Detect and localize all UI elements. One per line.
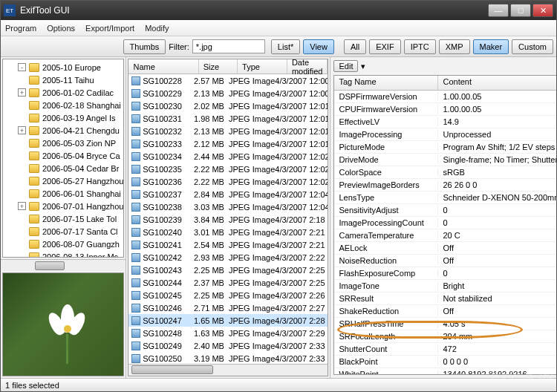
- file-row[interactable]: SG1002503.19 MBJPEG Image4/3/2007 2:33: [128, 352, 328, 364]
- tree-item[interactable]: +2006-04-21 Chengdu: [3, 124, 123, 137]
- exif-button[interactable]: EXIF: [369, 39, 400, 54]
- menu-export-import[interactable]: Export/Import: [85, 24, 134, 33]
- file-row[interactable]: SG1002471.65 MBJPEG Image4/3/2007 2:28: [128, 314, 328, 327]
- filter-input[interactable]: [192, 39, 265, 53]
- tag-row[interactable]: NoiseReductionOff: [334, 255, 556, 267]
- minimize-button[interactable]: —: [488, 4, 509, 17]
- iptc-button[interactable]: IPTC: [404, 39, 436, 54]
- tree-item[interactable]: +2006-01-02 Cadilac: [3, 86, 123, 99]
- file-row[interactable]: SG1002282.57 MBJPEG Image4/3/2007 12:00: [128, 74, 328, 87]
- tree-hscroll[interactable]: [1, 259, 126, 271]
- file-row[interactable]: SG1002362.22 MBJPEG Image4/3/2007 12:02: [128, 175, 328, 188]
- expand-icon[interactable]: +: [18, 202, 26, 210]
- maximize-button[interactable]: □: [510, 4, 531, 17]
- file-list-hscroll[interactable]: [128, 364, 328, 376]
- tree-item[interactable]: +2006-07-01 Hangzhou: [3, 200, 123, 212]
- file-row[interactable]: SG1002481.63 MBJPEG Image4/3/2007 2:29: [128, 327, 328, 339]
- tree-item[interactable]: -2005-10 Europe: [3, 61, 123, 74]
- tree-item[interactable]: 2006-05-04 Bryce Ca: [3, 149, 123, 162]
- menu-program[interactable]: Program: [5, 24, 36, 33]
- tree-item[interactable]: 2005-11 Taihu: [3, 74, 123, 86]
- col-type[interactable]: Type: [238, 59, 287, 74]
- tag-row[interactable]: DSPFirmwareVersion1.00.00.05: [334, 91, 556, 103]
- file-row[interactable]: SG1002302.02 MBJPEG Image4/3/2007 12:01: [128, 99, 328, 112]
- custom-button[interactable]: Custom: [512, 39, 553, 54]
- expand-icon[interactable]: +: [18, 126, 26, 134]
- tree-item[interactable]: 2006-03-19 Angel Is: [3, 111, 123, 124]
- view-button[interactable]: View: [303, 39, 334, 54]
- titlebar[interactable]: ET ExifTool GUI — □ ✕: [1, 1, 556, 20]
- file-row[interactable]: SG1002292.13 MBJPEG Image4/3/2007 12:00: [128, 87, 328, 99]
- tag-row[interactable]: SRHalfPressTime4.05 s: [334, 318, 556, 330]
- file-row[interactable]: SG1002322.13 MBJPEG Image4/3/2007 12:01: [128, 125, 328, 137]
- file-row[interactable]: SG1002332.12 MBJPEG Image4/3/2007 12:01: [128, 137, 328, 150]
- tag-row[interactable]: FlashExposureComp0: [334, 267, 556, 280]
- file-row[interactable]: SG1002403.01 MBJPEG Image4/3/2007 2:21: [128, 226, 328, 238]
- tag-row[interactable]: CameraTemperature20 C: [334, 229, 556, 242]
- maker-button[interactable]: Maker: [473, 39, 509, 54]
- file-row[interactable]: SG1002462.71 MBJPEG Image4/3/2007 2:27: [128, 301, 328, 314]
- tag-row[interactable]: DriveModeSingle-frame; No Timer; Shutter: [334, 154, 556, 166]
- tag-list[interactable]: Tag Name Content DSPFirmwareVersion1.00.…: [333, 75, 556, 375]
- tree-item[interactable]: 2006-02-18 Shanghai: [3, 99, 123, 111]
- tag-row[interactable]: LensTypeSchneider D-XENON 50-200mm: [334, 192, 556, 204]
- tag-row[interactable]: ShutterCount472: [334, 343, 556, 356]
- thumbs-button[interactable]: Thumbs: [123, 39, 166, 54]
- tag-row[interactable]: ShakeReductionOff: [334, 305, 556, 318]
- file-row[interactable]: SG1002492.40 MBJPEG Image4/3/2007 2:33: [128, 339, 328, 352]
- menu-modify[interactable]: Modify: [145, 24, 169, 33]
- tree-item[interactable]: 2006-08-13 Inner Mc: [3, 250, 123, 258]
- tag-row[interactable]: BlackPoint0 0 0 0: [334, 356, 556, 368]
- col-name[interactable]: Name: [128, 59, 198, 74]
- tag-row[interactable]: SRResultNot stabilized: [334, 293, 556, 305]
- tag-row[interactable]: CPUFirmwareVersion1.00.00.05: [334, 103, 556, 116]
- col-content[interactable]: Content: [438, 76, 556, 90]
- tag-list-header[interactable]: Tag Name Content: [334, 76, 556, 91]
- tree-item[interactable]: 2006-08-07 Guangzh: [3, 238, 123, 250]
- tag-row[interactable]: ImageToneBright: [334, 280, 556, 293]
- tag-row[interactable]: PreviewImageBorders26 26 0 0: [334, 179, 556, 192]
- col-date[interactable]: Date modified: [287, 59, 328, 74]
- chevron-down-icon[interactable]: ▾: [361, 62, 365, 71]
- file-row[interactable]: SG1002311.98 MBJPEG Image4/3/2007 12:01: [128, 112, 328, 125]
- tree-item[interactable]: 2006-05-27 Hangzhou: [3, 174, 123, 187]
- tag-row[interactable]: ColorSpacesRGB: [334, 166, 556, 179]
- file-row[interactable]: SG1002442.37 MBJPEG Image4/3/2007 2:25: [128, 276, 328, 289]
- file-row[interactable]: SG1002352.22 MBJPEG Image4/3/2007 12:02: [128, 163, 328, 175]
- tree-item[interactable]: 2006-07-17 Santa Cl: [3, 225, 123, 238]
- jpeg-icon: [131, 354, 140, 363]
- tag-row[interactable]: SRFocalLength204 mm: [334, 330, 556, 343]
- xmp-button[interactable]: XMP: [439, 39, 470, 54]
- tree-item[interactable]: 2006-07-15 Lake Tol: [3, 212, 123, 225]
- file-row[interactable]: SG1002342.44 MBJPEG Image4/3/2007 12:02: [128, 150, 328, 163]
- file-row[interactable]: SG1002422.93 MBJPEG Image4/3/2007 2:22: [128, 251, 328, 264]
- tag-row[interactable]: EffectiveLV14.9: [334, 116, 556, 128]
- tag-row[interactable]: ImageProcessingCount0: [334, 217, 556, 229]
- tree-item[interactable]: 2006-05-03 Zion NP: [3, 137, 123, 149]
- close-button[interactable]: ✕: [532, 4, 553, 17]
- tag-row[interactable]: ImageProcessingUnprocessed: [334, 128, 556, 141]
- tree-item[interactable]: 2006-05-04 Cedar Br: [3, 162, 123, 174]
- file-row[interactable]: SG1002452.25 MBJPEG Image4/3/2007 2:26: [128, 289, 328, 301]
- file-list[interactable]: Name Size Type Date modified SG1002282.5…: [128, 59, 328, 376]
- folder-tree[interactable]: -2005-10 Europe2005-11 Taihu+2006-01-02 …: [2, 59, 124, 258]
- tag-row[interactable]: PictureModeProgram Av Shift; 1/2 EV step…: [334, 141, 556, 154]
- file-row[interactable]: SG1002412.54 MBJPEG Image4/3/2007 2:21: [128, 238, 328, 251]
- file-row[interactable]: SG1002432.25 MBJPEG Image4/3/2007 2:25: [128, 264, 328, 276]
- file-row[interactable]: SG1002372.84 MBJPEG Image4/3/2007 12:04: [128, 188, 328, 200]
- list-button[interactable]: List*: [271, 39, 300, 54]
- file-row[interactable]: SG1002383.03 MBJPEG Image4/3/2007 12:04: [128, 200, 328, 213]
- edit-button[interactable]: Edit: [333, 60, 358, 72]
- tree-item[interactable]: 2006-06-01 Shanghai: [3, 187, 123, 200]
- expand-icon[interactable]: +: [18, 88, 26, 97]
- col-tagname[interactable]: Tag Name: [334, 76, 438, 90]
- all-button[interactable]: All: [344, 39, 366, 54]
- tag-row[interactable]: AELockOff: [334, 242, 556, 255]
- tag-row[interactable]: SensitivityAdjust0: [334, 204, 556, 217]
- file-list-header[interactable]: Name Size Type Date modified: [128, 59, 328, 74]
- menu-options[interactable]: Options: [47, 24, 75, 33]
- col-size[interactable]: Size: [199, 59, 238, 74]
- expand-icon[interactable]: -: [18, 63, 26, 71]
- tag-row[interactable]: WhitePoint13440 8192 8192 9216: [334, 368, 556, 374]
- file-row[interactable]: SG1002393.84 MBJPEG Image4/3/2007 2:18: [128, 213, 328, 226]
